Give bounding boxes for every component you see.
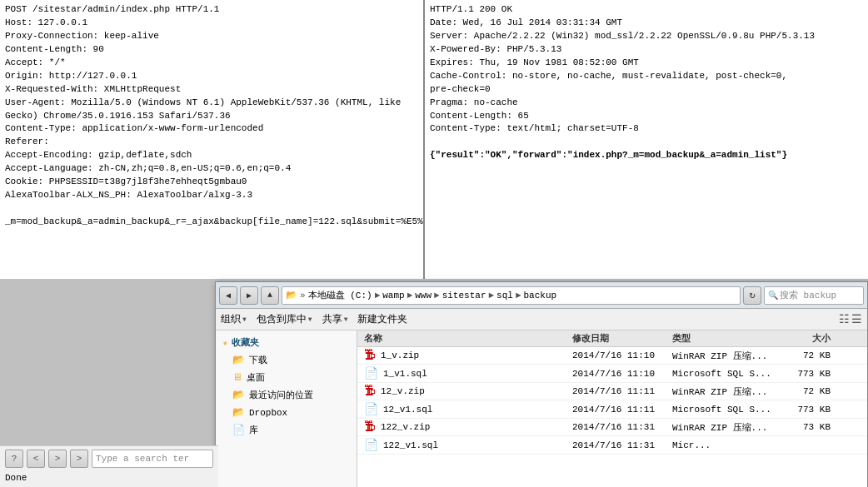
file-type-cell: Micr... bbox=[672, 440, 781, 450]
folder-icon: 📄 bbox=[232, 424, 245, 436]
file-type-cell: WinRAR ZIP 压缩... bbox=[672, 385, 781, 398]
file-type-cell: Microsoft SQL S... bbox=[672, 405, 781, 415]
breadcrumb-separator: ► bbox=[488, 291, 494, 301]
sql-icon: 📄 bbox=[364, 438, 378, 452]
response-line: Content-Type: text/html; charset=UTF-8 bbox=[430, 122, 863, 136]
sidebar-item-label: 最近访问的位置 bbox=[249, 389, 313, 401]
done-status: Done bbox=[0, 471, 218, 485]
request-line: POST /sitestar/admin/index.php HTTP/1.1 bbox=[5, 3, 418, 17]
request-line: Accept: */* bbox=[5, 57, 418, 70]
breadcrumb-part: wamp bbox=[382, 291, 404, 301]
breadcrumb-part: sql bbox=[496, 291, 513, 301]
search-input[interactable]: Type a search ter bbox=[92, 450, 213, 468]
share-label: 共享 bbox=[322, 312, 342, 326]
column-date: 修改日期 bbox=[572, 332, 672, 345]
file-type-cell: WinRAR ZIP 压缩... bbox=[672, 421, 781, 434]
breadcrumb-part: backup bbox=[524, 291, 557, 301]
file-row[interactable]: 📄 122_v1.sql 2014/7/16 11:31 Micr... bbox=[357, 436, 867, 455]
view-icon[interactable]: ☰ bbox=[851, 312, 862, 326]
help-button[interactable]: ? bbox=[5, 450, 23, 468]
response-line: Date: Wed, 16 Jul 2014 03:31:34 GMT bbox=[430, 17, 863, 30]
sidebar-item-recent[interactable]: 📂 最近访问的位置 bbox=[216, 386, 357, 404]
response-line: pre-check=0 bbox=[430, 83, 863, 97]
response-line bbox=[430, 136, 863, 149]
request-line: Cookie: PHPSESSID=t38g7jl8f3he7ehheqt5gm… bbox=[5, 176, 418, 189]
back-button[interactable]: ◀ bbox=[219, 286, 237, 305]
folder-icon: 📂 bbox=[232, 354, 245, 366]
file-date-cell: 2014/7/16 11:10 bbox=[572, 369, 672, 379]
file-name-text: 12_v1.sql bbox=[383, 405, 432, 415]
response-line: Server: Apache/2.2.22 (Win32) mod_ssl/2.… bbox=[430, 30, 863, 43]
sidebar-item-downloads[interactable]: 📂 下载 bbox=[216, 351, 357, 369]
favorites-section[interactable]: ★ 收藏夹 bbox=[216, 334, 357, 351]
file-name-text: 1_v.zip bbox=[381, 350, 419, 360]
file-row[interactable]: 📄 1_v1.sql 2014/7/16 11:10 Microsoft SQL… bbox=[357, 365, 867, 383]
breadcrumb-separator: ► bbox=[434, 291, 440, 301]
breadcrumb-separator: » bbox=[300, 291, 306, 301]
file-date-cell: 2014/7/16 11:11 bbox=[572, 405, 672, 415]
sidebar-item-dropbox[interactable]: 📂 Dropbox bbox=[216, 404, 357, 421]
file-name-text: 1_v1.sql bbox=[383, 369, 427, 379]
column-name: 名称 bbox=[364, 332, 572, 345]
http-response-panel: HTTP/1.1 200 OKDate: Wed, 16 Jul 2014 03… bbox=[425, 0, 868, 279]
sql-icon: 📄 bbox=[364, 402, 378, 416]
view-icon[interactable]: ☷ bbox=[839, 312, 850, 326]
breadcrumb: 📂 » 本地磁盘 (C:) ► wamp ► www ► sitestar ► … bbox=[286, 289, 556, 301]
http-request-panel: POST /sitestar/admin/index.php HTTP/1.1H… bbox=[0, 0, 425, 279]
response-line: X-Powered-By: PHP/5.3.13 bbox=[430, 43, 863, 57]
forward-button[interactable]: ▶ bbox=[240, 286, 258, 305]
request-line: User-Agent: Mozilla/5.0 (Windows NT 6.1)… bbox=[5, 97, 418, 110]
up-button[interactable]: ▲ bbox=[261, 286, 279, 305]
refresh-button[interactable]: ↻ bbox=[743, 286, 761, 305]
share-menu[interactable]: 共享 ▼ bbox=[322, 312, 348, 326]
file-explorer-window: ◀ ▶ ▲ 📂 » 本地磁盘 (C:) ► wamp ► www ► sites… bbox=[215, 281, 868, 487]
breadcrumb-part: 本地磁盘 (C:) bbox=[308, 289, 372, 301]
file-row[interactable]: 📄 12_v1.sql 2014/7/16 11:11 Microsoft SQ… bbox=[357, 400, 867, 419]
prev-button[interactable]: < bbox=[27, 450, 45, 468]
file-size-cell: 72 KB bbox=[781, 386, 831, 396]
breadcrumb-separator: ► bbox=[375, 291, 381, 301]
status-bar: ? < > > Type a search ter Done XX集团年营业收入… bbox=[0, 445, 218, 487]
new-folder-button[interactable]: 新建文件夹 bbox=[357, 312, 407, 326]
sidebar-item-library[interactable]: 📄 库 bbox=[216, 421, 357, 439]
menu-bar: 组织 ▼ 包含到库中 ▼ 共享 ▼ 新建文件夹 ☷ ☰ bbox=[216, 309, 867, 330]
file-name-text: 122_v.zip bbox=[381, 422, 430, 432]
breadcrumb-part: sitestar bbox=[442, 291, 486, 301]
response-line: {"result":"OK","forward":"index.php?_m=m… bbox=[430, 149, 863, 162]
file-date-cell: 2014/7/16 11:11 bbox=[572, 386, 672, 396]
search-bar[interactable]: 🔍 搜索 backup bbox=[764, 286, 864, 305]
dropdown-arrow-icon: ▼ bbox=[344, 316, 348, 323]
zip-icon: 🗜 bbox=[364, 349, 376, 362]
breadcrumb-icon: 📂 bbox=[286, 290, 297, 301]
view-toggle: ☷ ☰ bbox=[839, 312, 862, 326]
file-list-header: 名称 修改日期 类型 大小 bbox=[357, 330, 867, 347]
file-type-cell: WinRAR ZIP 压缩... bbox=[672, 350, 781, 362]
zip-icon: 🗜 bbox=[364, 420, 376, 434]
file-date-cell: 2014/7/16 11:10 bbox=[572, 350, 672, 360]
column-size: 大小 bbox=[781, 332, 831, 345]
file-row[interactable]: 🗜 1_v.zip 2014/7/16 11:10 WinRAR ZIP 压缩.… bbox=[357, 347, 867, 365]
address-bar[interactable]: 📂 » 本地磁盘 (C:) ► wamp ► www ► sitestar ► … bbox=[282, 286, 741, 305]
last-button[interactable]: > bbox=[70, 450, 88, 468]
breadcrumb-separator: ► bbox=[516, 291, 521, 301]
file-name-text: 12_v.zip bbox=[381, 386, 425, 396]
file-row[interactable]: 🗜 12_v.zip 2014/7/16 11:11 WinRAR ZIP 压缩… bbox=[357, 383, 867, 400]
include-library-menu[interactable]: 包含到库中 ▼ bbox=[257, 312, 312, 326]
file-size-cell: 73 KB bbox=[781, 422, 831, 432]
organize-menu[interactable]: 组织 ▼ bbox=[221, 312, 247, 326]
sidebar-item-desktop[interactable]: 🖥 桌面 bbox=[216, 369, 357, 386]
file-name-cell: 📄 12_v1.sql bbox=[364, 402, 572, 416]
next-button[interactable]: > bbox=[48, 450, 67, 468]
file-date-cell: 2014/7/16 11:31 bbox=[572, 422, 672, 432]
file-row[interactable]: 🗜 122_v.zip 2014/7/16 11:31 WinRAR ZIP 压… bbox=[357, 419, 867, 436]
dropdown-arrow-icon: ▼ bbox=[308, 316, 312, 323]
request-line: Host: 127.0.0.1 bbox=[5, 17, 418, 30]
sidebar-item-label: 下载 bbox=[249, 354, 267, 366]
file-date-cell: 2014/7/16 11:31 bbox=[572, 440, 672, 450]
file-size-cell: 72 KB bbox=[781, 350, 831, 360]
request-line: _m=mod_backup&_a=admin_backup&_r=_ajax&b… bbox=[5, 216, 418, 229]
file-list: 名称 修改日期 类型 大小 🗜 1_v.zip 2014/7/16 11:10 … bbox=[357, 330, 867, 487]
browser-toolbar: ◀ ▶ ▲ 📂 » 本地磁盘 (C:) ► wamp ► www ► sites… bbox=[216, 282, 867, 309]
request-line bbox=[5, 202, 418, 216]
file-type-cell: Microsoft SQL S... bbox=[672, 369, 781, 379]
